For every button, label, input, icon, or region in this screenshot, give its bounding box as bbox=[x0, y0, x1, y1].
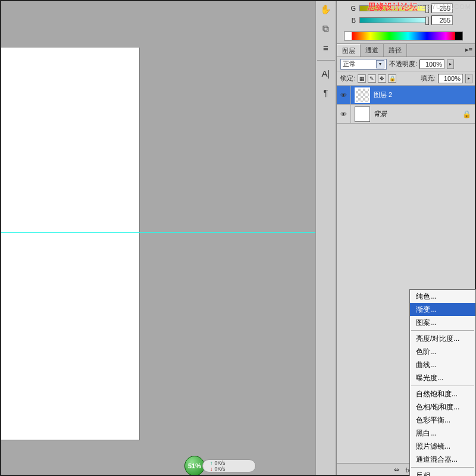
visibility-eye-icon[interactable]: 👁 bbox=[337, 86, 351, 105]
menu-item[interactable]: 纯色... bbox=[410, 290, 475, 303]
panel-menu-icon[interactable]: ▸≡ bbox=[462, 44, 476, 57]
strip-divider bbox=[317, 60, 335, 61]
canvas-area bbox=[0, 0, 315, 476]
speed-up: 0K/s bbox=[215, 460, 226, 466]
link-layers-icon[interactable]: ⇔ bbox=[394, 466, 399, 474]
color-ramp[interactable] bbox=[344, 32, 463, 40]
menu-item[interactable]: 通道混合器... bbox=[410, 453, 475, 466]
menu-separator bbox=[411, 330, 474, 331]
fill-flyout-icon[interactable]: ▸ bbox=[465, 74, 472, 83]
chevron-down-icon[interactable]: ▾ bbox=[376, 60, 384, 68]
tab-channels[interactable]: 通道 bbox=[361, 44, 384, 57]
lock-label: 锁定: bbox=[340, 74, 355, 83]
speed-down: 0K/s bbox=[215, 466, 226, 472]
panel-tabs: 图层 通道 路径 ▸≡ bbox=[337, 44, 476, 57]
fill-input[interactable]: 100% bbox=[438, 74, 463, 83]
b-label: B bbox=[347, 17, 356, 24]
document-canvas[interactable] bbox=[0, 48, 140, 440]
watermark-url: WWW.MISSYUAN.COM bbox=[390, 3, 471, 10]
menu-separator bbox=[411, 467, 474, 468]
opacity-input[interactable]: 100% bbox=[419, 60, 444, 69]
lock-row: 锁定: ▦ ✎ ✥ 🔒 填充: 100% ▸ bbox=[337, 71, 476, 86]
lock-all-icon[interactable]: 🔒 bbox=[388, 74, 396, 83]
app-root: ✋ ⧉ ≡ A| ¶ G 255 B 255 图层 通道 路径 ▸≡ bbox=[0, 0, 476, 476]
lock-pixels-icon[interactable]: ✎ bbox=[368, 74, 376, 83]
tool-paragraph-icon[interactable]: ¶ bbox=[319, 86, 333, 99]
visibility-eye-icon[interactable]: 👁 bbox=[337, 105, 351, 124]
horizontal-guide[interactable] bbox=[0, 232, 315, 233]
menu-item[interactable]: 渐变... bbox=[410, 303, 475, 316]
layer-name[interactable]: 背景 bbox=[374, 109, 459, 118]
network-speed-widget[interactable]: 51% ↑0K/s ↓0K/s bbox=[184, 456, 268, 476]
collapsed-panel-strip: ✋ ⧉ ≡ A| ¶ bbox=[315, 0, 336, 476]
arrow-down-icon: ↓ bbox=[210, 466, 213, 472]
layer-thumbnail[interactable] bbox=[355, 107, 370, 122]
speed-pill: ↑0K/s ↓0K/s bbox=[202, 459, 256, 472]
opacity-label: 不透明度: bbox=[389, 60, 417, 68]
menu-item[interactable]: 色相/饱和度... bbox=[410, 400, 475, 414]
speed-pct: 51% bbox=[188, 462, 201, 469]
menu-item[interactable]: 曝光度... bbox=[410, 371, 475, 384]
blend-mode-dropdown[interactable]: 正常 ▾ bbox=[340, 59, 387, 70]
menu-separator bbox=[411, 386, 474, 386]
tool-measure-icon[interactable]: ≡ bbox=[319, 41, 333, 54]
g-label: G bbox=[347, 5, 356, 12]
layer-thumbnail[interactable] bbox=[355, 87, 370, 103]
lock-transparent-icon[interactable]: ▦ bbox=[358, 74, 366, 83]
tab-layers[interactable]: 图层 bbox=[337, 44, 361, 57]
layer-name[interactable]: 图层 2 bbox=[374, 90, 471, 99]
lock-indicator-icon: 🔒 bbox=[462, 110, 471, 118]
menu-item[interactable]: 色阶... bbox=[410, 345, 475, 358]
opacity-flyout-icon[interactable]: ▸ bbox=[447, 60, 454, 69]
speed-ball[interactable]: 51% bbox=[184, 456, 205, 476]
layer-row[interactable]: 👁图层 2 bbox=[337, 86, 476, 105]
layer-row[interactable]: 👁背景🔒 bbox=[337, 105, 476, 124]
fill-label: 填充: bbox=[421, 74, 436, 83]
menu-item[interactable]: 黑白... bbox=[410, 427, 475, 440]
menu-item[interactable]: 反相 bbox=[410, 469, 475, 476]
b-input[interactable]: 255 bbox=[431, 15, 453, 25]
blend-mode-value: 正常 bbox=[343, 60, 356, 68]
menu-item[interactable]: 曲线... bbox=[410, 358, 475, 371]
slider-thumb-icon[interactable] bbox=[425, 17, 429, 25]
arrow-up-icon: ↑ bbox=[210, 460, 213, 466]
menu-item[interactable]: 照片滤镜... bbox=[410, 440, 475, 453]
fill-adjustment-context-menu: 纯色...渐变...图案...亮度/对比度...色阶...曲线...曝光度...… bbox=[409, 289, 476, 476]
lock-icons-group: ▦ ✎ ✥ 🔒 bbox=[358, 74, 396, 83]
b-slider[interactable] bbox=[359, 17, 428, 23]
menu-item[interactable]: 图案... bbox=[410, 316, 475, 329]
lock-position-icon[interactable]: ✥ bbox=[378, 74, 386, 83]
tool-character-icon[interactable]: A| bbox=[319, 67, 333, 80]
tab-paths[interactable]: 路径 bbox=[384, 44, 407, 57]
menu-item[interactable]: 色彩平衡... bbox=[410, 414, 475, 427]
menu-item[interactable]: 自然饱和度... bbox=[410, 387, 475, 400]
tool-clone-icon[interactable]: ⧉ bbox=[319, 22, 333, 35]
blend-row: 正常 ▾ 不透明度: 100% ▸ bbox=[337, 57, 476, 71]
tool-hand-icon[interactable]: ✋ bbox=[319, 3, 333, 16]
menu-item[interactable]: 亮度/对比度... bbox=[410, 332, 475, 345]
